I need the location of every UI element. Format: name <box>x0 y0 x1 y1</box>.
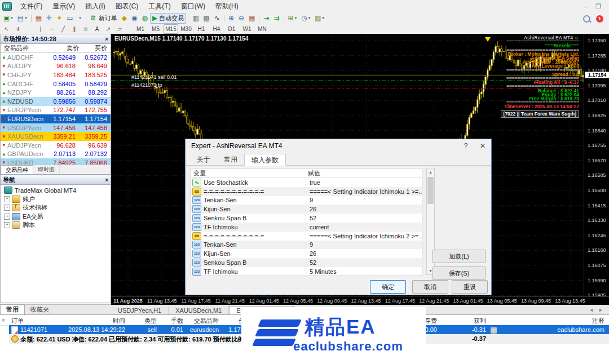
line-chart-icon[interactable]: ∿ <box>212 13 222 24</box>
timeframe-button[interactable]: H1 <box>194 24 209 34</box>
navigator-tab[interactable]: 收藏夹 <box>25 305 55 315</box>
market-watch-tab[interactable]: 即时图 <box>33 165 60 174</box>
parameter-value[interactable]: current <box>306 224 422 230</box>
shapes-icon[interactable]: ▱ <box>114 24 125 34</box>
parameter-row[interactable]: Use Stochastick true <box>191 178 422 187</box>
navigator-tree-item[interactable]: + EA交易 <box>1 212 111 221</box>
ok-button[interactable]: 确定 <box>370 280 406 294</box>
timeframe-button[interactable]: M30 <box>179 24 193 34</box>
parameter-value[interactable]: 26 <box>306 206 422 212</box>
cursor-icon[interactable]: ↖ <box>1 24 12 34</box>
parameter-row[interactable]: Tenkan-Sen 9 <box>191 241 422 250</box>
tool-icon[interactable] <box>24 24 35 34</box>
reset-button[interactable]: 重设 <box>452 280 488 294</box>
menu-item[interactable]: 文件(F) <box>15 0 47 13</box>
dialog-tab[interactable]: 关于 <box>190 154 217 165</box>
menu-item[interactable]: 插入(I) <box>80 0 110 13</box>
new-order-button[interactable]: 🗎 新订单 <box>88 13 120 24</box>
symbol-row[interactable]: AUDCHF 0.52649 0.52672 <box>1 53 111 62</box>
dialog-close-button[interactable]: ✕ <box>474 142 491 150</box>
symbol-row[interactable]: CADCHF 0.58405 0.58429 <box>1 79 111 88</box>
chart-window-tab[interactable]: XAUUSDecn,M1 <box>169 307 229 315</box>
timeframe-button[interactable]: H4 <box>209 24 224 34</box>
close-order-icon[interactable]: × <box>491 327 497 334</box>
help-button[interactable]: ? <box>457 142 474 150</box>
parameter-row[interactable]: Senkou Span B 52 <box>191 258 422 267</box>
fibonacci-icon[interactable]: ≋ <box>80 24 91 34</box>
menu-item[interactable]: 窗口(W) <box>176 0 210 13</box>
expand-icon[interactable]: + <box>4 196 10 202</box>
symbol-row[interactable]: NZDJPY 88.261 88.292 <box>1 88 111 97</box>
dialog-tab[interactable]: 常用 <box>217 154 244 165</box>
autotrading-button[interactable]: ▶ 自动交易 <box>150 13 186 24</box>
navigator-tree-item[interactable]: + 账户 <box>1 195 111 204</box>
symbol-row[interactable]: GBPAUDecn 2.07113 2.07132 <box>1 150 111 159</box>
horizontal-line-icon[interactable]: ─ <box>46 24 58 34</box>
parameter-value[interactable]: =====< Setting Indicator Ichimoku 2 >=..… <box>306 233 422 239</box>
timeframe-button[interactable]: D1 <box>224 24 239 34</box>
parameter-value[interactable]: 9 <box>306 241 422 248</box>
zoom-in-icon[interactable]: ⊕ <box>226 13 236 24</box>
toolbar-icon[interactable] <box>259 15 259 22</box>
templates-icon[interactable]: ▨ <box>312 13 326 24</box>
time-axis[interactable]: 11 Aug 202511 Aug 13:4511 Aug 17:4511 Au… <box>111 296 609 305</box>
scrollbar-thumb[interactable] <box>427 177 434 204</box>
price-axis[interactable]: 1.173501.172651.171801.170951.170101.169… <box>584 34 609 296</box>
channel-icon[interactable]: ∥ <box>69 24 80 34</box>
new-chart-icon[interactable]: ▣ <box>1 13 15 24</box>
navigator-account-root[interactable]: TradeMax Global MT4 <box>1 186 111 195</box>
close-icon[interactable]: × <box>105 177 108 183</box>
zoom-out-icon[interactable]: ⊖ <box>236 13 246 24</box>
navigator-tree-item[interactable]: + 脚本 <box>1 221 111 230</box>
community-icon[interactable]: ◍ <box>140 13 150 24</box>
navigator-tab[interactable]: 常用 <box>0 304 25 315</box>
navigator-tree-item[interactable]: + 技术指标 <box>1 203 111 212</box>
bars-chart-icon[interactable]: ▥ <box>190 13 201 24</box>
symbol-row[interactable]: NZDUSD 0.59856 0.59874 <box>1 97 111 106</box>
toolbar-icon[interactable] <box>31 15 32 22</box>
dialog-titlebar[interactable]: Expert - AshiReversal EA MT4 ? ✕ <box>186 139 491 153</box>
close-icon[interactable]: × <box>105 36 108 42</box>
symbol-row[interactable]: XAUUSDecn 3359.21 3359.25 <box>1 132 111 141</box>
autoscroll-icon[interactable]: ⇉ <box>272 13 282 24</box>
col-symbol[interactable]: 交易品种 <box>194 317 219 325</box>
indicators-icon[interactable]: ⊞ <box>286 13 299 24</box>
col-profit[interactable]: 获利 <box>474 317 486 325</box>
symbol-row[interactable]: AUDJPY 96.618 96.649 <box>1 62 111 71</box>
cancel-button[interactable]: 取消 <box>412 280 448 294</box>
parameter-row[interactable]: Kijun-Sen 26 <box>191 205 422 214</box>
symbol-row[interactable]: USDJPYecn 147.456 147.458 <box>1 123 111 132</box>
dialog-tab[interactable]: 输入参数 <box>244 154 286 166</box>
menu-item[interactable]: 帮助(H) <box>210 0 244 13</box>
chart-shift-icon[interactable]: ⇥ <box>261 13 271 24</box>
terminal-icon[interactable]: ▭ <box>64 13 75 24</box>
parameter-row[interactable]: Tenkan-Sen 9 <box>191 196 422 205</box>
parameter-row[interactable]: TF Ichimoku 5 Minutes <box>191 267 422 276</box>
tester-icon[interactable]: ◔ <box>76 13 84 24</box>
market-watch-tab[interactable]: 交易品种 <box>1 165 33 174</box>
scroll-up-icon[interactable]: ▲ <box>427 168 434 176</box>
timeframe-button[interactable]: W1 <box>240 24 254 34</box>
chart-window-tab[interactable]: USDJPYecn,H1 <box>111 307 169 315</box>
timeframe-button[interactable]: MN <box>255 24 270 34</box>
timeframe-button[interactable]: M5 <box>148 24 163 34</box>
parameter-row[interactable]: Senkou Span B 52 <box>191 214 422 223</box>
menu-item[interactable]: 显示(V) <box>47 0 80 13</box>
notification-badge[interactable]: 1 <box>596 15 603 23</box>
parameter-value[interactable]: 9 <box>306 197 422 203</box>
col-value[interactable]: 赋值 <box>308 169 320 177</box>
symbol-row[interactable]: EURJPYecn 172.747 172.755 <box>1 106 111 115</box>
col-time[interactable]: 时间 <box>113 317 125 325</box>
expand-icon[interactable]: + <box>4 222 10 228</box>
data-window-icon[interactable]: ✛ <box>44 13 54 24</box>
parameter-value[interactable]: =====< Setting Indicator Ichimoku 1 >=..… <box>306 188 422 195</box>
tile-windows-icon[interactable]: ▦ <box>246 13 257 24</box>
toolbar-icon[interactable] <box>224 15 224 22</box>
search-icon[interactable] <box>583 15 590 23</box>
menu-item[interactable]: 图表(C) <box>111 0 144 13</box>
toolbar-icon[interactable] <box>284 15 284 22</box>
minimize-button[interactable]: – <box>584 3 588 10</box>
text-icon[interactable]: A <box>91 24 103 34</box>
parameter-row[interactable]: TF Ichimoku current <box>191 223 422 232</box>
candles-chart-icon[interactable]: ▧ <box>201 13 212 24</box>
